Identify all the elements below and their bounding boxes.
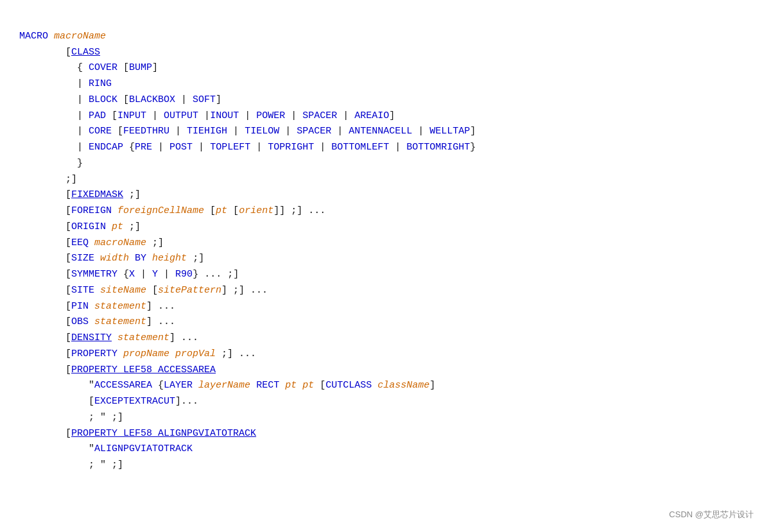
pin-keyword: PIN: [71, 301, 89, 312]
accessarea-keyword: ACCESSAREA: [94, 380, 152, 391]
input-keyword: INPUT: [117, 110, 146, 121]
prop-val: propVal: [175, 348, 216, 359]
power-keyword: POWER: [256, 110, 285, 121]
macro-name: macroName: [54, 31, 106, 42]
by-keyword: BY: [135, 253, 146, 264]
bump-keyword: BUMP: [129, 62, 152, 73]
pt-keyword3: pt pt: [285, 380, 314, 391]
origin-keyword: ORIGIN: [71, 221, 106, 232]
obs-statement: statement: [94, 316, 146, 327]
exceptextracut-keyword: EXCEPTEXTRACUT: [94, 396, 175, 407]
welltap-keyword: WELLTAP: [429, 126, 470, 137]
cover-keyword: COVER: [89, 62, 117, 73]
rect-keyword: RECT: [256, 380, 279, 391]
pad-keyword: PAD: [89, 110, 106, 121]
output-keyword: OUTPUT: [164, 110, 198, 121]
pre-keyword: PRE: [135, 142, 152, 153]
fixedmask-keyword: FIXEDMASK: [71, 189, 123, 200]
ring-keyword: RING: [89, 78, 112, 89]
topright-keyword: TOPRIGHT: [268, 142, 314, 153]
site-name: siteName: [100, 285, 146, 296]
topleft-keyword: TOPLEFT: [210, 142, 250, 153]
r90-keyword: R90: [175, 269, 193, 280]
inout-keyword: INOUT: [210, 110, 239, 121]
spacer-keyword: SPACER: [302, 110, 337, 121]
class-keyword: CLASS: [71, 47, 100, 58]
x-keyword: X: [129, 269, 135, 280]
pin-statement: statement: [94, 301, 146, 312]
soft-keyword: SOFT: [193, 94, 216, 105]
macro-keyword: MACRO: [19, 31, 48, 42]
width-keyword: width: [100, 253, 129, 264]
eeq-keyword: EEQ: [71, 237, 89, 248]
tiehigh-keyword: TIEHIGH: [187, 126, 227, 137]
orient-keyword: orient: [239, 205, 273, 216]
feedthru-keyword: FEEDTHRU: [123, 126, 169, 137]
property-lef58-keyword: PROPERTY LEF58_ACCESSAREA: [71, 365, 216, 375]
tielow-keyword: TIELOW: [245, 126, 279, 137]
size-keyword: SIZE: [71, 253, 94, 264]
areaio-keyword: AREAIO: [354, 110, 389, 121]
pt-keyword: pt: [216, 205, 227, 216]
prop-name: propName: [123, 348, 169, 359]
core-keyword: CORE: [89, 126, 112, 137]
site-keyword: SITE: [71, 285, 94, 296]
blackbox-keyword: BLACKBOX: [129, 94, 175, 105]
watermark-text: CSDN @艾思芯片设计: [669, 509, 754, 520]
spacer2-keyword: SPACER: [297, 126, 331, 137]
site-pattern: sitePattern: [158, 285, 221, 296]
block-keyword: BLOCK: [89, 94, 117, 105]
code-content: MACRO macroName [CLASS { COVER [BUMP] | …: [19, 13, 750, 474]
y-keyword: Y: [152, 269, 158, 280]
density-keyword: DENSITY: [71, 332, 112, 343]
property-lef58-align-keyword: PROPERTY LEF58_ALIGNPGVIATOTRACK: [71, 428, 256, 439]
antennacell-keyword: ANTENNACELL: [349, 126, 412, 137]
class-name: className: [377, 380, 429, 391]
density-statement: statement: [117, 332, 169, 343]
layer-name: layerName: [198, 380, 250, 391]
cutclass-keyword: CUTCLASS: [325, 380, 372, 391]
bottomright-keyword: BOTTOMRIGHT: [406, 142, 470, 153]
bottomleft-keyword: BOTTOMLEFT: [331, 142, 389, 153]
post-keyword: POST: [169, 142, 193, 153]
property-keyword: PROPERTY: [71, 348, 117, 359]
symmetry-keyword: SYMMETRY: [71, 269, 117, 280]
eeq-macro-name: macroName: [94, 237, 146, 248]
layer-keyword: LAYER: [164, 380, 193, 391]
pt-keyword2: pt: [112, 221, 123, 232]
foreign-cell-name: foreignCellName: [117, 205, 204, 216]
alignpgviatotrack-keyword: ALIGNPGVIATOTRACK: [94, 443, 193, 454]
obs-keyword: OBS: [71, 316, 89, 327]
height-keyword: height: [152, 253, 187, 264]
foreign-keyword: FOREIGN: [71, 205, 112, 216]
endcap-keyword: ENDCAP: [89, 142, 123, 153]
